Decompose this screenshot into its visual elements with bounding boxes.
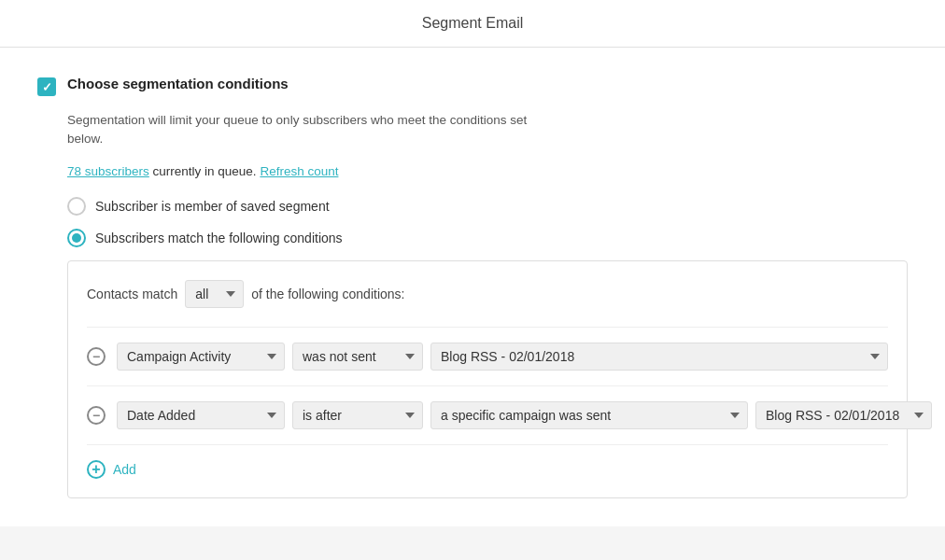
remove-condition-1-button[interactable] [87,347,106,366]
add-condition-label: Add [113,462,136,477]
description-line1: Segmentation will limit your queue to on… [67,111,908,130]
page-title: Segment Email [422,15,524,31]
condition-1-operator-select[interactable]: was sent was not sent was opened was not… [292,343,423,371]
plus-circle-icon: + [87,460,106,479]
condition-2-operator-select[interactable]: is is not is after is before is within [292,401,423,429]
condition-1-selects: Campaign Activity Date Added Subscriber … [117,343,888,371]
contacts-match-suffix: of the following conditions: [251,287,404,301]
condition-2-type-select[interactable]: Campaign Activity Date Added Subscriber … [117,401,285,429]
segmentation-header: Choose segmentation conditions [37,76,908,96]
radio-match-conditions-indicator [67,229,86,247]
radio-saved-segment-label: Subscriber is member of saved segment [95,199,330,214]
subscriber-count-link[interactable]: 78 subscribers [67,164,149,178]
match-type-select[interactable]: all any [185,280,244,308]
segmentation-checkbox[interactable] [37,77,56,96]
segmentation-description: Segmentation will limit your queue to on… [67,111,908,149]
condition-1-value-select[interactable]: Blog RSS - 02/01/2018 Newsletter - 01/15… [430,343,888,371]
radio-inner-dot [72,233,81,243]
description-line2: below. [67,130,908,148]
divider [87,327,888,328]
checkbox-checked-icon[interactable] [37,77,56,96]
subscriber-info: 78 subscribers currently in queue. Refre… [67,164,908,178]
contacts-match-prefix: Contacts match [87,287,177,301]
condition-2-selects: Campaign Activity Date Added Subscriber … [117,401,932,429]
radio-match-conditions[interactable]: Subscribers match the following conditio… [67,229,908,247]
condition-row-2: Campaign Activity Date Added Subscriber … [87,401,888,445]
segmentation-title: Choose segmentation conditions [67,76,289,91]
condition-2-value-select[interactable]: a specific campaign was sent a specific … [430,401,748,429]
radio-match-conditions-label: Subscribers match the following conditio… [95,231,343,245]
condition-2-extra-select[interactable]: Blog RSS - 02/01/2018 Newsletter - 01/15… [755,401,932,429]
refresh-count-link[interactable]: Refresh count [260,164,338,178]
radio-saved-segment[interactable]: Subscriber is member of saved segment [67,197,908,216]
remove-condition-2-button[interactable] [87,406,106,425]
conditions-box: Contacts match all any of the following … [67,260,908,498]
add-condition-row[interactable]: + Add [87,460,888,479]
radio-group: Subscriber is member of saved segment Su… [67,197,908,247]
subscriber-suffix: currently in queue. [149,164,257,178]
condition-row-1: Campaign Activity Date Added Subscriber … [87,343,888,386]
radio-saved-segment-indicator [67,197,86,216]
page-header: Segment Email [0,0,945,48]
condition-1-type-select[interactable]: Campaign Activity Date Added Subscriber … [117,343,285,371]
contacts-match-row: Contacts match all any of the following … [87,280,888,308]
